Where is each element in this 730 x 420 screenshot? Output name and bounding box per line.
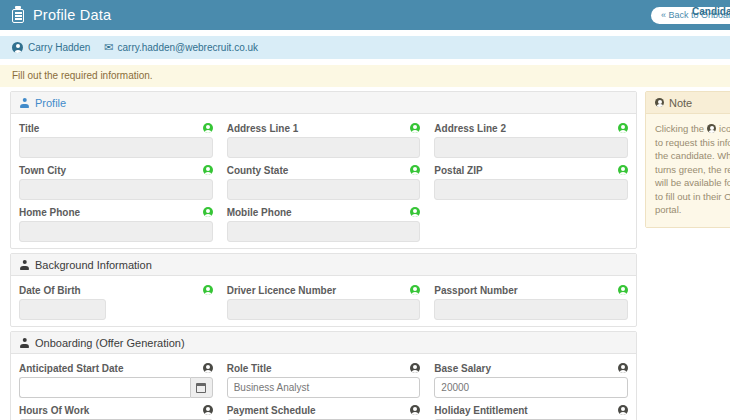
field-anticipated-start-date: Anticipated Start Date bbox=[19, 359, 213, 398]
field-passport-number: Passport Number bbox=[434, 281, 628, 320]
request-info-icon[interactable] bbox=[618, 363, 628, 373]
section-title: Background Information bbox=[35, 259, 152, 271]
county-state-input bbox=[227, 179, 421, 200]
note-text: to request this information the candidat… bbox=[655, 136, 730, 217]
address-line-2-input bbox=[434, 137, 628, 158]
field-label-county-state: County State bbox=[227, 165, 289, 176]
field-postal-zip: Postal ZIP bbox=[434, 161, 628, 200]
person-icon bbox=[20, 260, 29, 270]
section-background-information: Background InformationDate Of BirthDrive… bbox=[10, 253, 637, 327]
request-info-icon[interactable] bbox=[410, 363, 420, 373]
base-salary-input[interactable] bbox=[434, 377, 628, 398]
field-label-hours-of-work: Hours Of Work bbox=[19, 405, 89, 416]
form-panels: ProfileTitleAddress Line 1Address Line 2… bbox=[10, 91, 637, 420]
user-icon bbox=[707, 124, 716, 133]
field-driver-licence-number: Driver Licence Number bbox=[227, 281, 421, 320]
field-label-postal-zip: Postal ZIP bbox=[434, 165, 482, 176]
field-label-role-title: Role Title bbox=[227, 363, 272, 374]
field-county-state: County State bbox=[227, 161, 421, 200]
field-label-holiday-entitlement: Holiday Entitlement bbox=[434, 405, 527, 416]
note-panel: Note Clicking the icon will allo to requ… bbox=[645, 91, 730, 228]
field-base-salary: Base Salary bbox=[434, 359, 628, 398]
request-info-icon[interactable] bbox=[618, 285, 628, 295]
date-picker-button[interactable] bbox=[190, 377, 213, 398]
field-label-payment-schedule: Payment Schedule bbox=[227, 405, 316, 416]
field-address-line-2: Address Line 2 bbox=[434, 119, 628, 158]
request-info-icon[interactable] bbox=[410, 285, 420, 295]
field-label-address-line-1: Address Line 1 bbox=[227, 123, 299, 134]
passport-number-input bbox=[434, 299, 628, 320]
info-user-icon bbox=[655, 98, 664, 107]
candidate-bar: Carry Hadden ✉ carry.hadden@webrecruit.c… bbox=[0, 36, 730, 59]
section-profile: ProfileTitleAddress Line 1Address Line 2… bbox=[10, 91, 637, 249]
note-title: Note bbox=[669, 97, 692, 109]
user-icon bbox=[12, 42, 23, 53]
note-text-line: Clicking the icon will allo bbox=[655, 122, 730, 136]
request-info-icon[interactable] bbox=[618, 165, 628, 175]
request-info-icon[interactable] bbox=[410, 207, 420, 217]
field-label-town-city: Town City bbox=[19, 165, 66, 176]
note-body: Clicking the icon will allo to request t… bbox=[646, 114, 730, 227]
field-role-title: Role Title bbox=[227, 359, 421, 398]
note-header: Note bbox=[646, 92, 730, 114]
candidate-label: Candidate bbox=[692, 6, 730, 17]
section-header-background-information: Background Information bbox=[11, 254, 636, 276]
field-label-home-phone: Home Phone bbox=[19, 207, 80, 218]
field-mobile-phone: Mobile Phone bbox=[227, 203, 421, 242]
request-info-icon[interactable] bbox=[410, 165, 420, 175]
anticipated-start-date-date-group bbox=[19, 377, 213, 398]
mobile-phone-input bbox=[227, 221, 421, 242]
empty-cell bbox=[434, 203, 628, 242]
envelope-icon: ✉ bbox=[104, 42, 113, 53]
section-header-profile: Profile bbox=[11, 92, 636, 114]
title-input bbox=[19, 137, 213, 158]
person-icon bbox=[20, 98, 29, 108]
section-onboarding-offer-generation: Onboarding (Offer Generation)Anticipated… bbox=[10, 331, 637, 420]
field-date-of-birth: Date Of Birth bbox=[19, 281, 213, 320]
town-city-input bbox=[19, 179, 213, 200]
candidate-name: Carry Hadden bbox=[28, 42, 90, 53]
field-address-line-1: Address Line 1 bbox=[227, 119, 421, 158]
section-title: Profile bbox=[35, 97, 66, 109]
section-header-onboarding-offer-generation: Onboarding (Offer Generation) bbox=[11, 332, 636, 354]
field-home-phone: Home Phone bbox=[19, 203, 213, 242]
request-info-icon[interactable] bbox=[203, 285, 213, 295]
field-title: Title bbox=[19, 119, 213, 158]
date-of-birth-input bbox=[19, 299, 106, 320]
request-info-icon[interactable] bbox=[203, 405, 213, 415]
request-info-icon[interactable] bbox=[618, 405, 628, 415]
section-title: Onboarding (Offer Generation) bbox=[35, 337, 185, 349]
field-label-passport-number: Passport Number bbox=[434, 285, 517, 296]
candidate-email: carry.hadden@webrecruit.co.uk bbox=[117, 42, 258, 53]
address-line-1-input bbox=[227, 137, 421, 158]
field-label-address-line-2: Address Line 2 bbox=[434, 123, 506, 134]
anticipated-start-date-input[interactable] bbox=[19, 377, 190, 398]
request-info-icon[interactable] bbox=[203, 165, 213, 175]
field-label-anticipated-start-date: Anticipated Start Date bbox=[19, 363, 123, 374]
clipboard-icon bbox=[12, 9, 24, 23]
field-hours-of-work: Hours Of Work bbox=[19, 401, 213, 420]
request-info-icon[interactable] bbox=[618, 123, 628, 133]
person-icon bbox=[20, 338, 29, 348]
top-header: Profile Data bbox=[0, 0, 730, 30]
home-phone-input bbox=[19, 221, 213, 242]
field-label-date-of-birth: Date Of Birth bbox=[19, 285, 81, 296]
field-label-title: Title bbox=[19, 123, 39, 134]
request-info-icon[interactable] bbox=[203, 363, 213, 373]
postal-zip-input bbox=[434, 179, 628, 200]
field-holiday-entitlement: Holiday Entitlement bbox=[434, 401, 628, 420]
field-label-mobile-phone: Mobile Phone bbox=[227, 207, 292, 218]
request-info-icon[interactable] bbox=[410, 405, 420, 415]
request-info-icon[interactable] bbox=[410, 123, 420, 133]
field-payment-schedule: Payment Schedule bbox=[227, 401, 421, 420]
field-town-city: Town City bbox=[19, 161, 213, 200]
driver-licence-number-input bbox=[227, 299, 421, 320]
field-label-driver-licence-number: Driver Licence Number bbox=[227, 285, 337, 296]
request-info-icon[interactable] bbox=[203, 123, 213, 133]
alert-banner: Fill out the required information. bbox=[0, 65, 730, 87]
role-title-input[interactable] bbox=[227, 377, 421, 398]
calendar-icon bbox=[196, 383, 206, 393]
field-label-base-salary: Base Salary bbox=[434, 363, 491, 374]
request-info-icon[interactable] bbox=[203, 207, 213, 217]
page-title: Profile Data bbox=[33, 7, 111, 23]
